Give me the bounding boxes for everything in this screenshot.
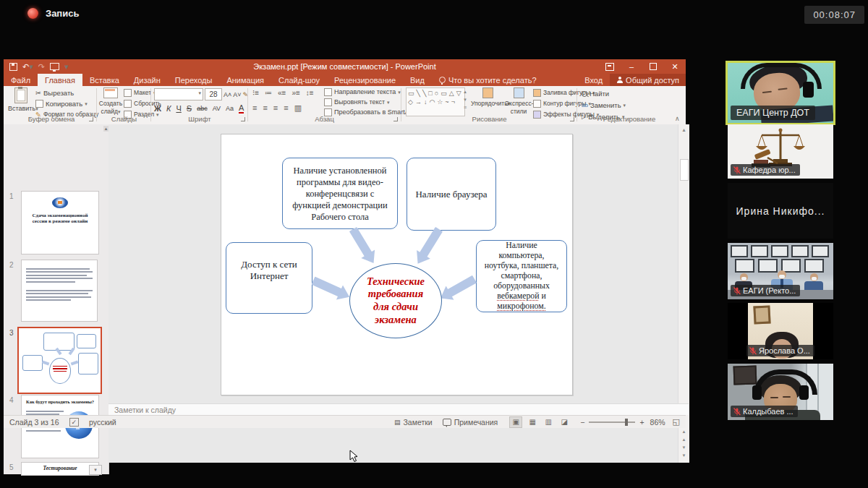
collapse-ribbon-button[interactable]: ∧ [675, 115, 680, 122]
ribbon-options-button[interactable] [599, 59, 621, 74]
shapes-gallery[interactable]: ▭╲╲□○▭△▽◇→↓◠☆~¬ [406, 87, 465, 116]
tab-review[interactable]: Рецензирование [327, 74, 403, 86]
slide-thumbnail-5[interactable]: Тестирование [21, 462, 99, 476]
change-case-button[interactable]: Aa [226, 105, 234, 112]
slide-3[interactable]: Наличие установленной программы для виде… [221, 134, 573, 395]
previous-slide-button[interactable]: ▲▲ [678, 428, 689, 444]
justify-icon[interactable]: ≡ [284, 103, 288, 113]
normal-view-button[interactable]: ▣ [509, 416, 522, 428]
drawing-dialog-launcher[interactable] [570, 117, 574, 121]
spellcheck-icon[interactable]: ✓ [69, 418, 80, 427]
zoom-level[interactable]: 86% [650, 418, 665, 427]
thumbs-scroll-down[interactable]: ▾ [89, 465, 102, 475]
font-size-combobox[interactable]: 28 [205, 88, 222, 100]
paragraph-dialog-launcher[interactable] [393, 117, 398, 121]
shrink-font-icon[interactable]: A˅ [233, 91, 241, 98]
italic-button[interactable]: К [166, 104, 171, 113]
participant-tile-eagi-dot[interactable]: ЕАГИ Центр ДОТ [726, 61, 835, 125]
quick-styles-button[interactable]: Экспресс-стили [505, 87, 532, 116]
tab-transitions[interactable]: Переходы [168, 74, 220, 86]
paste-button[interactable]: Вставить▾ [8, 87, 34, 113]
char-spacing-button[interactable]: AV [213, 105, 221, 112]
numbering-icon[interactable]: ≔ [265, 89, 272, 97]
scroll-up-icon[interactable]: ▴ [678, 124, 689, 133]
zoom-slider-thumb[interactable] [625, 419, 628, 426]
arrow-topright-to-center[interactable] [420, 227, 443, 257]
shape-icon[interactable]: △ [449, 89, 454, 98]
shape-icon[interactable]: ↓ [424, 98, 427, 106]
close-button[interactable]: ✕ [664, 59, 686, 74]
shape-icon[interactable]: → [415, 98, 422, 106]
slide-thumbnail-2[interactable] [21, 260, 98, 322]
shape-icon[interactable]: ¬ [451, 98, 455, 106]
shape-icon[interactable]: ╲ [417, 89, 420, 98]
comments-toggle[interactable]: Примечания [443, 418, 498, 427]
tell-me-box[interactable]: Что вы хотите сделать? [432, 74, 544, 86]
shape-icon[interactable]: ▭ [441, 89, 447, 98]
shape-center-circle[interactable]: Технические требования для сдачи экзамен… [349, 263, 442, 338]
minimize-button[interactable]: – [621, 59, 642, 74]
clipboard-dialog-launcher[interactable] [89, 117, 93, 121]
shape-devices-box[interactable]: Наличие компьютера, ноутбука, планшета, … [476, 240, 567, 312]
shape-icon[interactable]: ◇ [408, 98, 413, 106]
replace-button[interactable]: abЗаменить▾ [582, 100, 626, 110]
tab-home[interactable]: Главная [38, 74, 82, 86]
tab-view[interactable]: Вид [403, 74, 432, 86]
shape-internet-box[interactable]: Доступ к сети Интернет [226, 242, 312, 314]
slide-thumbnail-1[interactable]: Сдача экзаменационной сессии в режиме он… [21, 191, 99, 254]
reading-view-button[interactable]: ▥ [542, 417, 554, 427]
shape-icon[interactable]: ○ [435, 89, 438, 98]
participant-tile-yaroslava[interactable]: Ярослава О... [728, 303, 833, 359]
restore-button[interactable] [642, 59, 664, 74]
grow-font-icon[interactable]: A˄ [224, 91, 231, 98]
shape-videoconf-box[interactable]: Наличие установленной программы для виде… [282, 158, 398, 229]
tab-slideshow[interactable]: Слайд-шоу [271, 74, 327, 86]
share-button[interactable]: Общий доступ [610, 74, 686, 86]
language-indicator[interactable]: русский [89, 418, 116, 427]
notes-toggle[interactable]: ▤Заметки [394, 418, 433, 427]
shape-icon[interactable]: ~ [445, 98, 448, 106]
cut-button[interactable]: ✂Вырезать [35, 88, 98, 98]
font-name-combobox[interactable]: ▾ [154, 88, 203, 100]
strikethrough-button[interactable]: S [187, 104, 192, 113]
line-spacing-icon[interactable]: ↕≡ [306, 89, 314, 97]
tab-design[interactable]: Дизайн [127, 74, 168, 86]
zoom-slider[interactable] [589, 421, 635, 423]
participant-tile-eagi-rector[interactable]: ЕАГИ (Ректо... [728, 243, 833, 299]
indent-increase-icon[interactable]: »≡ [292, 89, 299, 97]
shape-icon[interactable]: ▭ [408, 89, 414, 98]
shape-browser-box[interactable]: Наличие браузера [407, 158, 496, 231]
align-left-icon[interactable]: ≡ [252, 103, 257, 113]
align-right-icon[interactable]: ≡ [273, 103, 278, 113]
font-color-button[interactable]: A [239, 103, 244, 114]
copy-button[interactable]: Копировать▾ [35, 99, 98, 108]
align-center-icon[interactable]: ≡ [263, 103, 267, 113]
scrollbar-thumb[interactable] [680, 159, 689, 181]
slide-thumbnail-3-selected[interactable] [17, 327, 102, 394]
columns-icon[interactable]: ▥ [294, 103, 302, 113]
small-strike-button[interactable]: abc [197, 105, 208, 112]
participant-tile-irina[interactable]: Ирина Никифо... [728, 183, 833, 239]
notes-pane[interactable]: Заметки к слайду [109, 403, 689, 415]
shape-icon[interactable]: ◠ [429, 98, 435, 106]
sign-in-button[interactable]: Вход [577, 74, 610, 86]
arrow-right-to-center[interactable] [447, 275, 477, 297]
slideshow-view-button[interactable]: ◪ [558, 417, 570, 427]
shape-icon[interactable]: ╲ [422, 89, 426, 98]
shape-icon[interactable]: ☆ [437, 98, 443, 106]
arrow-topleft-to-center[interactable] [349, 227, 373, 257]
arrange-button[interactable]: Упорядочить▾ [471, 87, 504, 108]
thumbs-scroll-up[interactable]: ▴ [103, 126, 109, 132]
underline-button[interactable]: Ч [176, 104, 181, 113]
fit-to-window-button[interactable]: ◱ [673, 417, 680, 427]
zoom-out-button[interactable]: − [580, 418, 584, 427]
tab-insert[interactable]: Вставка [82, 74, 127, 86]
shapes-scroll[interactable]: ▴▾≡ [462, 87, 468, 111]
participant-tile-kaldybaev[interactable]: Калдыбаев ... [728, 364, 833, 420]
next-slide-button[interactable]: ▼▼ [678, 444, 689, 460]
participant-tile-kafedra[interactable]: Кафедра юр... [728, 124, 833, 179]
slide-sorter-view-button[interactable]: ▦ [527, 417, 538, 427]
new-slide-button[interactable]: Создать слайд▾ [98, 87, 123, 116]
indent-decrease-icon[interactable]: «≡ [278, 89, 286, 97]
tab-file[interactable]: Файл [4, 74, 38, 86]
